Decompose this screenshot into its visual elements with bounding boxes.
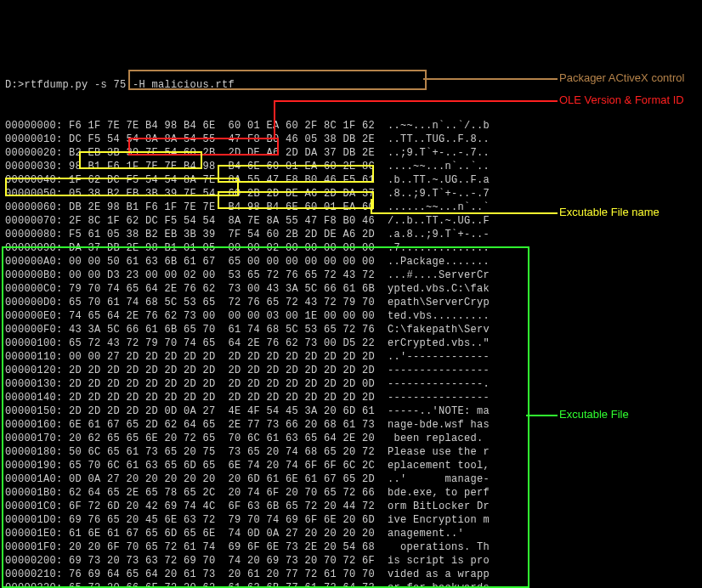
hex-row: 00000200: 69 73 20 73 63 72 69 70 74 20 … <box>5 554 697 568</box>
hex-ascii: ..TT..TUG..F.8.. <box>375 133 490 145</box>
hex-address: 00000210: <box>5 568 63 580</box>
hex-address: 00000130: <box>5 378 63 390</box>
hex-address: 00000160: <box>5 419 63 431</box>
hex-address: 00000090: <box>5 242 63 254</box>
hex-row: 000000E0: 74 65 64 2E 76 62 73 00 00 00 … <box>5 309 697 323</box>
hex-address: 00000030: <box>5 161 63 172</box>
hex-bytes: 69 76 65 20 45 6E 63 72 79 70 74 69 6F 6… <box>63 514 376 526</box>
hex-ascii: .8..;9.T`+-..-.7 <box>375 188 490 200</box>
hex-ascii: .b..TT.~.UG..F.a <box>375 174 490 186</box>
hex-ascii: ..~~...n`..`/..b <box>375 120 490 132</box>
hex-bytes: 50 6C 65 61 73 65 20 75 73 65 20 74 68 6… <box>63 446 376 458</box>
hex-bytes: 43 3A 5C 66 61 6B 65 70 61 74 68 5C 53 6… <box>63 324 376 336</box>
hex-ascii: .a.8..;9.T`+-..- <box>375 229 490 240</box>
hex-bytes: 65 72 20 66 6F 72 20 62 61 63 6B 77 61 7… <box>63 582 376 588</box>
hex-address: 00000100: <box>5 337 63 349</box>
hex-bytes: 20 62 65 65 6E 20 72 65 70 6C 61 63 65 6… <box>63 433 376 444</box>
hex-row: 000000A0: 00 00 50 61 63 6B 61 67 65 00 … <box>5 255 697 269</box>
hex-bytes: F5 61 05 38 B2 EB 3B 39 7F 54 60 2B 2D D… <box>63 229 376 240</box>
hex-ascii: vided as a wrapp <box>375 568 490 580</box>
hex-row: 00000030: 98 B1 F6 1F 7E 7E B4 98 B4 6E … <box>5 160 697 173</box>
hex-ascii: ..Package....... <box>375 256 490 268</box>
hex-row: 000001F0: 20 20 6F 70 65 72 61 74 69 6F … <box>5 540 697 554</box>
hex-bytes: 00 00 D3 23 00 00 02 00 53 65 72 76 65 7… <box>63 269 376 281</box>
hex-row: 000001C0: 6F 72 6D 20 42 69 74 4C 6F 63 … <box>5 500 697 513</box>
hex-bytes: 74 65 64 2E 76 62 73 00 00 00 03 00 1E 0… <box>63 310 376 322</box>
hex-address: 00000000: <box>5 120 63 132</box>
hex-address: 000000F0: <box>5 324 63 336</box>
command-line: D:>rtfdump.py -s 75 -H malicious.rtf <box>5 78 697 92</box>
hex-address: 00000150: <box>5 405 63 417</box>
hex-row: 00000150: 2D 2D 2D 2D 2D 0D 0A 27 4E 4F … <box>5 404 697 418</box>
hex-ascii: ---------------. <box>375 378 490 390</box>
hex-bytes: 65 70 61 74 68 5C 53 65 72 76 65 72 43 7… <box>63 297 376 308</box>
hex-address: 00000110: <box>5 351 63 363</box>
hex-row: 00000140: 2D 2D 2D 2D 2D 2D 2D 2D 2D 2D … <box>5 391 697 404</box>
hex-ascii: bde.exe, to perf <box>375 487 490 499</box>
hex-bytes: 98 B1 F6 1F 7E 7E B4 98 B4 6E 60 01 EA 6… <box>63 161 376 172</box>
hex-row: 00000220: 65 72 20 66 6F 72 20 62 61 63 … <box>5 581 697 588</box>
hex-bytes: 0D 0A 27 20 20 20 20 20 20 6D 61 6E 61 6… <box>63 473 376 485</box>
hex-address: 00000040: <box>5 174 63 186</box>
hex-bytes: DC F5 54 54 8A 8A 54 55 47 F8 B0 46 05 3… <box>63 133 376 145</box>
hex-bytes: 2D 2D 2D 2D 2D 2D 2D 2D 2D 2D 2D 2D 2D 2… <box>63 365 376 376</box>
terminal-output: D:>rtfdump.py -s 75 -H malicious.rtf 000… <box>0 48 702 588</box>
hex-dump: 00000000: F6 1F 7E 7E B4 98 B4 6E 60 01 … <box>5 119 697 588</box>
hex-bytes: 65 72 43 72 79 70 74 65 64 2E 76 62 73 0… <box>63 337 376 349</box>
hex-ascii: nage-bde.wsf has <box>375 419 490 431</box>
hex-bytes: 2D 2D 2D 2D 2D 2D 2D 2D 2D 2D 2D 2D 2D 2… <box>63 378 376 390</box>
hex-row: 00000000: F6 1F 7E 7E B4 98 B4 6E 60 01 … <box>5 119 697 133</box>
hex-row: 00000180: 50 6C 65 61 73 65 20 75 73 65 … <box>5 445 697 459</box>
hex-ascii: erCrypted.vbs.." <box>375 337 490 349</box>
hex-address: 00000010: <box>5 133 63 145</box>
hex-bytes: 61 6E 61 67 65 6D 65 6E 74 0D 0A 27 20 2… <box>63 528 376 540</box>
hex-bytes: 69 73 20 73 63 72 69 70 74 20 69 73 20 7… <box>63 555 376 567</box>
hex-address: 00000220: <box>5 582 63 588</box>
hex-address: 00000200: <box>5 555 63 567</box>
hex-ascii: ive Encryption m <box>375 514 490 526</box>
hex-address: 000001F0: <box>5 541 63 553</box>
hex-row: 000000C0: 79 70 74 65 64 2E 76 62 73 00 … <box>5 282 697 296</box>
hex-ascii: operations. Th <box>375 541 490 553</box>
hex-row: 000001B0: 62 64 65 2E 65 78 65 2C 20 74 … <box>5 486 697 500</box>
hex-ascii: Please use the r <box>375 446 490 458</box>
hex-bytes: 6F 72 6D 20 42 69 74 4C 6F 63 6B 65 72 2… <box>63 500 376 512</box>
hex-bytes: DB 2E 98 B1 F6 1F 7E 7E B4 98 B4 6E 60 0… <box>63 201 376 213</box>
hex-bytes: 6E 61 67 65 2D 62 64 65 2E 77 73 66 20 6… <box>63 419 376 431</box>
hex-ascii: ..'------------- <box>375 351 490 363</box>
hex-address: 00000190: <box>5 460 63 472</box>
hex-bytes: DA 37 DB 2E 98 B1 01 05 00 00 02 00 00 0… <box>63 242 376 254</box>
hex-bytes: 1F 62 DC F5 54 54 8A 7E 8A 55 47 F8 B0 4… <box>63 174 376 186</box>
hex-address: 00000020: <box>5 147 63 159</box>
hex-bytes: 79 70 74 65 64 2E 76 62 73 00 43 3A 5C 6… <box>63 283 376 295</box>
hex-row: 00000170: 20 62 65 65 6E 20 72 65 70 6C … <box>5 432 697 445</box>
hex-address: 00000170: <box>5 433 63 444</box>
hex-address: 00000180: <box>5 446 63 458</box>
hex-ascii: ......~~...n`..` <box>375 201 490 213</box>
hex-address: 000000B0: <box>5 269 63 281</box>
hex-row: 00000120: 2D 2D 2D 2D 2D 2D 2D 2D 2D 2D … <box>5 364 697 377</box>
hex-address: 00000120: <box>5 365 63 376</box>
hex-bytes: F6 1F 7E 7E B4 98 B4 6E 60 01 EA 60 2F 8… <box>63 120 376 132</box>
hex-ascii: ....~~...n`..`.. <box>375 161 490 172</box>
hex-ascii: orm BitLocker Dr <box>375 500 490 512</box>
hex-row: 00000160: 6E 61 67 65 2D 62 64 65 2E 77 … <box>5 418 697 432</box>
hex-address: 000001B0: <box>5 487 63 499</box>
hex-address: 00000050: <box>5 188 63 200</box>
hex-address: 00000080: <box>5 229 63 240</box>
hex-row: 00000090: DA 37 DB 2E 98 B1 01 05 00 00 … <box>5 241 697 255</box>
hex-row: 000001A0: 0D 0A 27 20 20 20 20 20 20 6D … <box>5 472 697 486</box>
hex-row: 00000040: 1F 62 DC F5 54 54 8A 7E 8A 55 … <box>5 173 697 187</box>
hex-row: 000000D0: 65 70 61 74 68 5C 53 65 72 76 … <box>5 296 697 309</box>
hex-row: 00000010: DC F5 54 54 8A 8A 54 55 47 F8 … <box>5 133 697 146</box>
hex-ascii: ---------------- <box>375 392 490 404</box>
hex-bytes: 76 69 64 65 64 20 61 73 20 61 20 77 72 6… <box>63 568 376 580</box>
hex-row: 00000110: 00 00 27 2D 2D 2D 2D 2D 2D 2D … <box>5 350 697 364</box>
hex-bytes: 2D 2D 2D 2D 2D 2D 2D 2D 2D 2D 2D 2D 2D 2… <box>63 392 376 404</box>
hex-ascii: ...#....ServerCr <box>375 269 490 281</box>
hex-address: 00000060: <box>5 201 63 213</box>
hex-row: 00000190: 65 70 6C 61 63 65 6D 65 6E 74 … <box>5 459 697 472</box>
hex-address: 000001E0: <box>5 528 63 540</box>
hex-row: 00000070: 2F 8C 1F 62 DC F5 54 54 8A 7E … <box>5 214 697 228</box>
hex-bytes: 65 70 6C 61 63 65 6D 65 6E 74 20 74 6F 6… <box>63 460 376 472</box>
